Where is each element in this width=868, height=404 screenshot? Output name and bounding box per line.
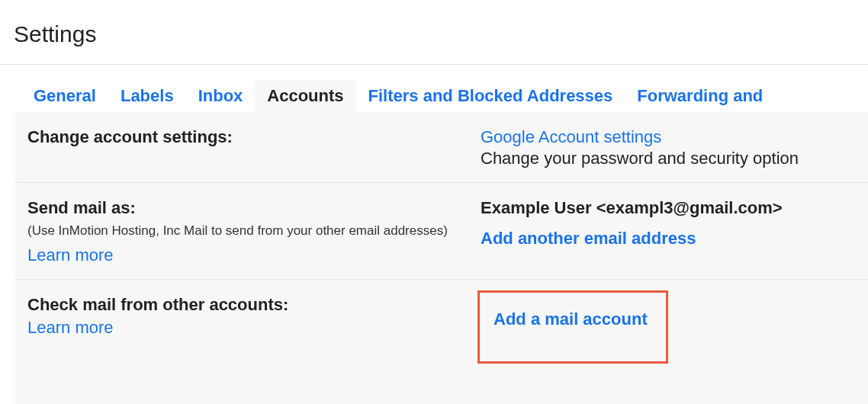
tab-forwarding[interactable]: Forwarding and xyxy=(625,80,775,112)
section-right: Add a mail account xyxy=(481,295,868,364)
section-right: Google Account settings Change your pass… xyxy=(481,127,868,168)
tab-filters[interactable]: Filters and Blocked Addresses xyxy=(356,80,625,112)
page-title: Settings xyxy=(0,0,868,64)
highlight-box: Add a mail account xyxy=(477,290,668,364)
change-account-label: Change account settings: xyxy=(27,127,465,147)
check-mail-label: Check mail from other accounts: xyxy=(27,295,465,315)
section-left: Change account settings: xyxy=(15,127,481,168)
tab-accounts[interactable]: Accounts xyxy=(255,80,355,112)
section-send-mail-as: Send mail as: (Use InMotion Hosting, Inc… xyxy=(15,183,868,280)
section-left: Check mail from other accounts: Learn mo… xyxy=(15,295,481,364)
section-right: Example User <exampl3@gmail.com> Add ano… xyxy=(481,198,868,265)
settings-content: Change account settings: Google Account … xyxy=(15,112,868,404)
add-mail-account-link[interactable]: Add a mail account xyxy=(493,309,648,329)
add-another-email-link[interactable]: Add another email address xyxy=(481,229,696,248)
tab-general[interactable]: General xyxy=(21,80,108,112)
tab-labels[interactable]: Labels xyxy=(108,80,186,112)
settings-tabs: General Labels Inbox Accounts Filters an… xyxy=(0,65,868,112)
tab-inbox[interactable]: Inbox xyxy=(186,80,256,112)
send-mail-as-hint: (Use InMotion Hosting, Inc Mail to send … xyxy=(27,221,465,241)
section-change-account: Change account settings: Google Account … xyxy=(15,112,868,183)
section-left: Send mail as: (Use InMotion Hosting, Inc… xyxy=(15,198,481,265)
send-mail-as-label: Send mail as: xyxy=(27,198,465,218)
section-check-mail: Check mail from other accounts: Learn mo… xyxy=(15,280,868,377)
change-account-desc: Change your password and security option xyxy=(481,149,860,168)
send-mail-as-learn-more-link[interactable]: Learn more xyxy=(27,245,114,265)
google-account-settings-link[interactable]: Google Account settings xyxy=(481,127,661,147)
send-mail-as-identity: Example User <exampl3@gmail.com> xyxy=(481,198,860,218)
check-mail-learn-more-link[interactable]: Learn more xyxy=(27,318,114,338)
